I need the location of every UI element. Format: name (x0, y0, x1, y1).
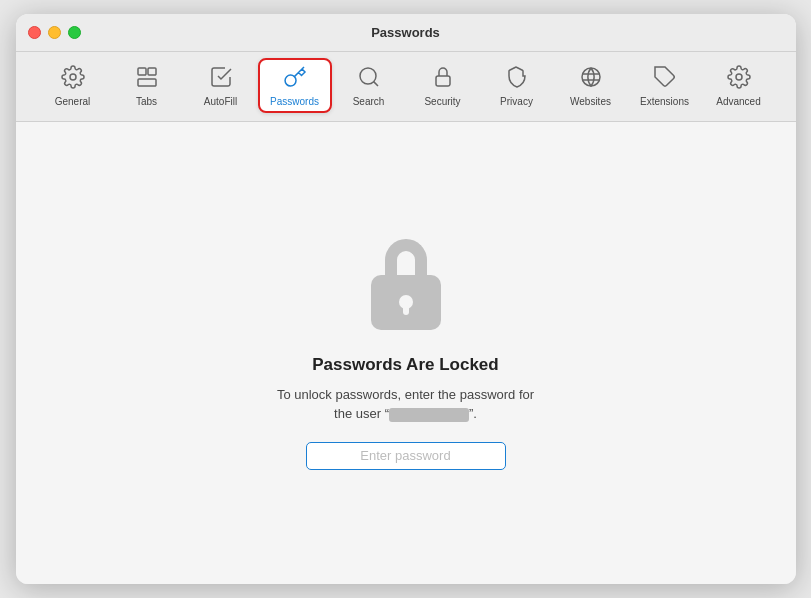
general-icon (61, 65, 85, 93)
password-input[interactable] (306, 442, 506, 470)
lock-body (371, 275, 441, 330)
username-redacted (389, 408, 469, 422)
security-icon (431, 65, 455, 93)
toolbar: General Tabs AutoFill (16, 52, 796, 122)
traffic-lights (28, 26, 81, 39)
lock-illustration (361, 237, 451, 337)
search-icon (357, 65, 381, 93)
tab-advanced-label: Advanced (716, 96, 760, 107)
tab-autofill[interactable]: AutoFill (184, 60, 258, 111)
svg-point-0 (70, 74, 76, 80)
tab-autofill-label: AutoFill (204, 96, 237, 107)
close-button[interactable] (28, 26, 41, 39)
locked-description: To unlock passwords, enter the password … (277, 385, 534, 424)
locked-desc-line1: To unlock passwords, enter the password … (277, 387, 534, 402)
tab-general-label: General (55, 96, 91, 107)
tab-search-label: Search (353, 96, 385, 107)
lock-keyhole (399, 295, 413, 309)
tab-tabs[interactable]: Tabs (110, 60, 184, 111)
svg-point-4 (360, 68, 376, 84)
tab-privacy[interactable]: Privacy (480, 60, 554, 111)
tab-security[interactable]: Security (406, 60, 480, 111)
titlebar: Passwords (16, 14, 796, 52)
tab-extensions[interactable]: Extensions (628, 60, 702, 111)
maximize-button[interactable] (68, 26, 81, 39)
tab-security-label: Security (424, 96, 460, 107)
svg-rect-3 (138, 79, 156, 86)
locked-desc-line3: ”. (469, 406, 477, 421)
main-content: Passwords Are Locked To unlock passwords… (16, 122, 796, 584)
extensions-icon (653, 65, 677, 93)
lock-shackle (385, 239, 427, 277)
advanced-icon (727, 65, 751, 93)
tab-websites-label: Websites (570, 96, 611, 107)
locked-title: Passwords Are Locked (312, 355, 498, 375)
tab-general[interactable]: General (36, 60, 110, 111)
tab-search[interactable]: Search (332, 60, 406, 111)
tab-extensions-label: Extensions (640, 96, 689, 107)
svg-point-11 (736, 74, 742, 80)
svg-line-5 (373, 82, 377, 86)
svg-rect-2 (148, 68, 156, 75)
passwords-icon (283, 65, 307, 93)
app-window: Passwords General Tabs (16, 14, 796, 584)
tabs-icon (135, 65, 159, 93)
tab-passwords[interactable]: Passwords (258, 58, 332, 113)
tab-privacy-label: Privacy (500, 96, 533, 107)
locked-desc-line2: the user “ (334, 406, 389, 421)
minimize-button[interactable] (48, 26, 61, 39)
tab-passwords-label: Passwords (270, 96, 319, 107)
websites-icon (579, 65, 603, 93)
tab-advanced[interactable]: Advanced (702, 60, 776, 111)
autofill-icon (209, 65, 233, 93)
tab-websites[interactable]: Websites (554, 60, 628, 111)
svg-point-7 (582, 68, 600, 86)
window-title: Passwords (371, 25, 440, 40)
tab-tabs-label: Tabs (136, 96, 157, 107)
svg-rect-6 (436, 76, 450, 86)
svg-rect-1 (138, 68, 146, 75)
privacy-icon (505, 65, 529, 93)
